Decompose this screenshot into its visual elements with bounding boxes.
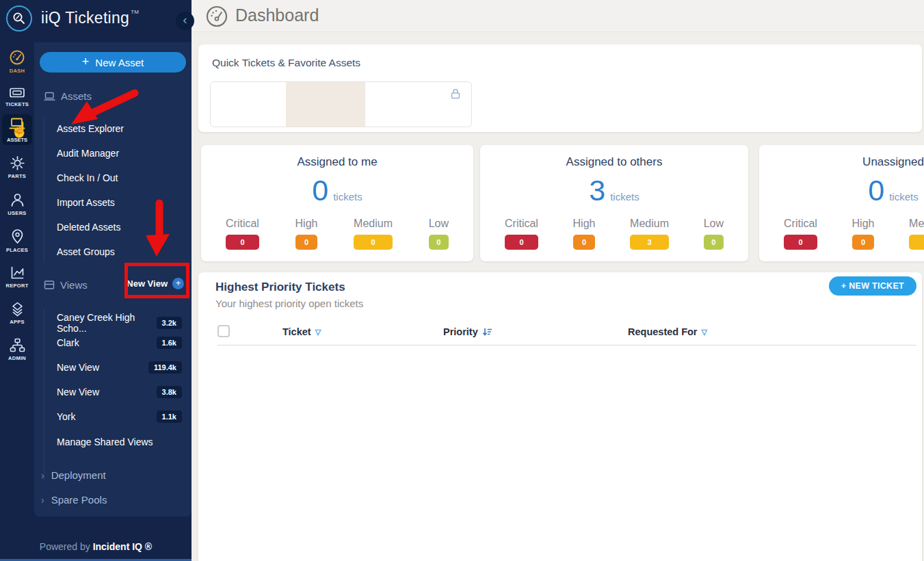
- apps-icon: [10, 302, 25, 317]
- nav-item-check-in-out[interactable]: Check In / Out: [57, 172, 118, 183]
- new-view-button[interactable]: New View +: [127, 278, 184, 289]
- chevron-down-icon: ▽: [702, 328, 707, 337]
- main-content: Dashboard Quick Tickets & Favorite Asset…: [192, 0, 924, 561]
- powered-by-footer: Powered by Incident IQ ®: [0, 541, 192, 552]
- view-count-badge: 1.6k: [157, 337, 182, 349]
- priority-row: Critical 0 High 0 Medium 3 Low 0: [505, 218, 724, 250]
- indent-line: [44, 309, 44, 480]
- iiq-logo[interactable]: [6, 5, 32, 31]
- map-pin-icon: [10, 229, 25, 245]
- priority-badge: 3: [630, 235, 669, 250]
- priority-badge: 0: [704, 235, 724, 250]
- priority-low: Low 0: [429, 218, 449, 250]
- assets-section-header: Assets: [44, 90, 92, 102]
- view-item[interactable]: Caney Creek High Scho... 3.2k: [57, 312, 182, 334]
- redacted-asset-name: [286, 82, 365, 127]
- laptop-icon: [44, 92, 55, 101]
- group-deployment[interactable]: › Deployment: [41, 469, 106, 481]
- page-header: Dashboard: [192, 0, 924, 32]
- sidebar: iiQ TicketingTM ‹ DASH TICKETS ☝: [0, 0, 192, 561]
- select-all-checkbox[interactable]: [217, 325, 230, 337]
- rail-item-tickets[interactable]: TICKETS: [0, 86, 34, 107]
- rail-item-report[interactable]: REPORT: [0, 265, 34, 289]
- priority-badge: 0: [295, 235, 318, 250]
- view-item[interactable]: New View 119.4k: [57, 361, 182, 374]
- new-asset-button[interactable]: + New Asset: [40, 52, 186, 73]
- person-icon: [10, 192, 25, 208]
- priority-high: High 0: [573, 218, 596, 250]
- priority-critical: Critical 0: [784, 218, 817, 250]
- nav-item-assets-explorer[interactable]: Assets Explorer: [57, 123, 124, 134]
- ticket-icon: [9, 86, 25, 99]
- view-item[interactable]: New View 3.8k: [57, 386, 182, 398]
- gear-icon: [10, 155, 25, 171]
- chart-icon: [10, 265, 25, 280]
- quick-tickets-card: Quick Tickets & Favorite Assets: [198, 44, 922, 132]
- rail-item-apps[interactable]: APPS: [0, 302, 34, 325]
- priority-medium: Medium 3: [630, 218, 669, 250]
- dashboard-gauge-icon: [205, 5, 228, 28]
- priority-high: High 0: [852, 218, 875, 250]
- rail-item-dash[interactable]: DASH: [0, 49, 34, 74]
- rail-item-assets-active[interactable]: ☝ ASSETS: [2, 114, 32, 145]
- group-spare-pools[interactable]: › Spare Pools: [41, 494, 107, 506]
- lock-icon[interactable]: [449, 88, 462, 100]
- rail-item-admin[interactable]: ADMIN: [0, 338, 34, 361]
- quick-tickets-title: Quick Tickets & Favorite Assets: [212, 57, 360, 69]
- chevron-down-icon: ▽: [315, 328, 321, 337]
- view-count-badge: 1.1k: [157, 410, 182, 423]
- highest-priority-tickets-card: Highest Priority Tickets Your highest pr…: [198, 272, 922, 561]
- column-priority[interactable]: Priority: [443, 326, 492, 337]
- sidebar-collapse-button[interactable]: ‹: [176, 12, 194, 30]
- priority-critical: Critical 0: [505, 218, 538, 250]
- trademark: TM: [131, 9, 139, 15]
- sort-descending-icon: [482, 328, 492, 337]
- priority-high: High 0: [295, 218, 318, 250]
- stat-card-assigned-to-me: Assigned to me 0tickets Critical 0 High …: [201, 145, 473, 261]
- priority-medium: Medium 0: [354, 218, 393, 250]
- column-ticket[interactable]: Ticket ▽: [282, 326, 321, 337]
- rail-item-places[interactable]: PLACES: [0, 229, 34, 253]
- nav-item-asset-groups[interactable]: Asset Groups: [57, 246, 115, 257]
- hierarchy-icon: [10, 338, 25, 353]
- priority-critical: Critical 0: [226, 218, 259, 250]
- stat-card-title: Assigned to others: [480, 155, 748, 169]
- view-item[interactable]: York 1.1k: [57, 410, 182, 423]
- ticket-count: 0tickets: [759, 174, 924, 207]
- tickets-card-subtitle: Your highest priority open tickets: [215, 298, 363, 309]
- nav-item-manage-shared-views[interactable]: Manage Shared Views: [57, 436, 153, 447]
- priority-badge: 0: [226, 235, 259, 250]
- new-ticket-button[interactable]: + NEW TICKET: [829, 276, 916, 296]
- tickets-table-header: Ticket ▽ Priority Requested For ▽: [217, 320, 916, 345]
- nav-item-deleted-assets[interactable]: Deleted Assets: [57, 222, 120, 233]
- chevron-right-icon: ›: [41, 495, 44, 506]
- priority-low: Low 0: [704, 218, 724, 250]
- views-icon: [44, 280, 55, 290]
- view-item[interactable]: Clark 1.6k: [57, 337, 182, 349]
- priority-badge: 0: [354, 235, 393, 250]
- incident-iq-brand: Incident IQ ®: [93, 541, 153, 552]
- views-section-header: Views: [44, 279, 88, 291]
- priority-badge: 0: [573, 235, 596, 250]
- magnifier-icon: [12, 11, 27, 26]
- nav-item-import-assets[interactable]: Import Assets: [57, 197, 115, 208]
- view-count-badge: 3.2k: [157, 317, 182, 329]
- plus-icon: +: [82, 55, 90, 69]
- view-count-badge: 119.4k: [148, 361, 182, 374]
- favorite-asset-tile[interactable]: [210, 81, 472, 127]
- priority-medium: Medium 0: [909, 218, 924, 250]
- indent-line: [44, 118, 44, 263]
- app-window: iiQ TicketingTM ‹ DASH TICKETS ☝: [0, 0, 924, 561]
- nav-item-audit-manager[interactable]: Audit Manager: [57, 148, 119, 159]
- rail-item-users[interactable]: USERS: [0, 192, 34, 216]
- column-requested-for[interactable]: Requested For ▽: [628, 326, 707, 337]
- rail-item-parts[interactable]: PARTS: [0, 155, 34, 179]
- assets-nav-panel: + New Asset Assets Assets Explorer Audit…: [34, 42, 192, 517]
- priority-row: Critical 0 High 0 Medium 0 Low 0: [226, 218, 449, 250]
- stat-card-title: Unassigned: [759, 155, 924, 169]
- view-count-badge: 3.8k: [157, 386, 182, 398]
- stat-card-unassigned: Unassigned 0tickets Critical 0 High 0 Me…: [759, 145, 924, 261]
- page-title: Dashboard: [235, 5, 319, 25]
- priority-badge: 0: [505, 235, 538, 250]
- ticket-count: 3tickets: [480, 174, 748, 207]
